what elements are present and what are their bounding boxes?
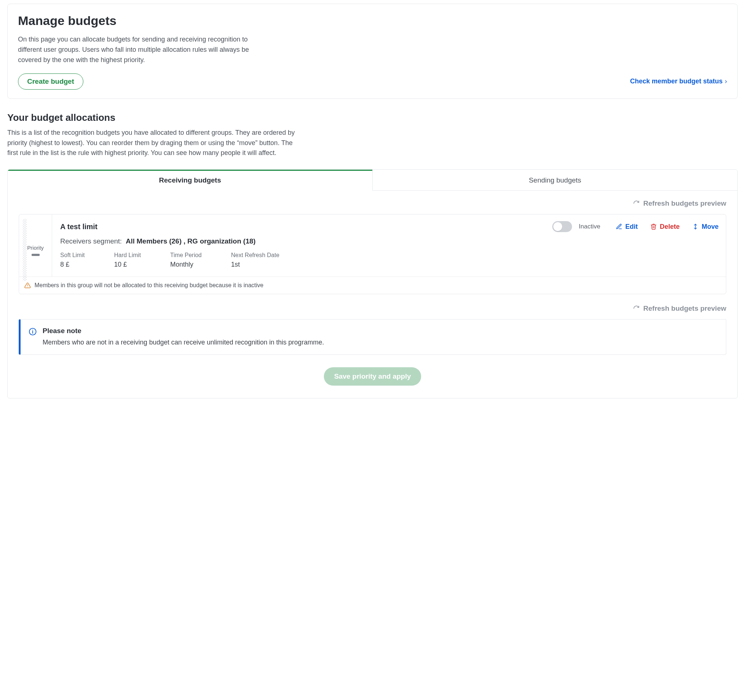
- next-refresh-label: Next Refresh Date: [231, 252, 280, 259]
- soft-limit: Soft Limit 8 £: [60, 252, 85, 268]
- next-refresh-date: Next Refresh Date 1st: [231, 252, 280, 268]
- allocation-body: A test limit Inactive Edit: [52, 214, 726, 277]
- move-label: Move: [702, 223, 718, 231]
- soft-limit-label: Soft Limit: [60, 252, 85, 259]
- refresh-icon: [633, 305, 640, 312]
- segment-value: All Members (26) , RG organization (18): [126, 237, 256, 245]
- note-body: Members who are not in a receiving budge…: [43, 339, 324, 346]
- trash-icon: [650, 223, 657, 230]
- priority-column: Priority: [19, 214, 52, 277]
- top-actions-row: Create budget Check member budget status…: [18, 73, 727, 90]
- save-row: Save priority and apply: [19, 367, 726, 386]
- limits-grid: Soft Limit 8 £ Hard Limit 10 £ Time Peri…: [60, 252, 718, 268]
- refresh-budgets-preview-bottom[interactable]: Refresh budgets preview: [19, 304, 726, 313]
- edit-label: Edit: [625, 223, 638, 231]
- info-icon: [28, 328, 37, 336]
- allocation-header-row: A test limit Inactive Edit: [60, 221, 718, 232]
- next-refresh-value: 1st: [231, 261, 280, 268]
- save-priority-button[interactable]: Save priority and apply: [324, 367, 421, 386]
- pencil-icon: [616, 223, 622, 230]
- chevron-right-icon: ›: [725, 78, 727, 85]
- refresh-budgets-preview-top[interactable]: Refresh budgets preview: [19, 199, 726, 207]
- toggle-status-label: Inactive: [579, 223, 600, 230]
- soft-limit-value: 8 £: [60, 261, 85, 268]
- budget-tabs: Receiving budgets Sending budgets Refres…: [7, 169, 738, 399]
- allocation-title: A test limit: [60, 223, 98, 231]
- create-budget-button[interactable]: Create budget: [18, 73, 83, 90]
- note-content: Please note Members who are not in a rec…: [43, 327, 324, 346]
- please-note-card: Please note Members who are not in a rec…: [19, 319, 726, 355]
- delete-label: Delete: [660, 223, 680, 231]
- receivers-segment-line: Receivers segment: All Members (26) , RG…: [60, 237, 718, 245]
- warning-text: Members in this group will not be alloca…: [34, 282, 263, 289]
- priority-indicator: [31, 254, 40, 256]
- note-title: Please note: [43, 327, 324, 335]
- allocation-main-row: Priority A test limit Inactive: [19, 214, 726, 277]
- allocation-inactive-warning: Members in this group will not be alloca…: [19, 277, 726, 294]
- tab-bar: Receiving budgets Sending budgets: [8, 170, 737, 190]
- delete-button[interactable]: Delete: [650, 223, 680, 231]
- refresh-label: Refresh budgets preview: [643, 199, 726, 207]
- toggle-knob: [554, 222, 562, 231]
- hard-limit-value: 10 £: [114, 261, 141, 268]
- move-button[interactable]: Move: [692, 223, 718, 231]
- warning-triangle-icon: [24, 282, 31, 289]
- check-member-budget-label: Check member budget status: [630, 78, 723, 85]
- hard-limit-label: Hard Limit: [114, 252, 141, 259]
- manage-budgets-card: Manage budgets On this page you can allo…: [7, 4, 738, 99]
- time-period-value: Monthly: [171, 261, 202, 268]
- tab-panel-receiving: Refresh budgets preview Priority A test …: [8, 190, 737, 398]
- tab-receiving-budgets[interactable]: Receiving budgets: [8, 170, 372, 190]
- allocation-actions: Edit Delete Move: [616, 223, 718, 231]
- edit-button[interactable]: Edit: [616, 223, 638, 231]
- hard-limit: Hard Limit 10 £: [114, 252, 141, 268]
- allocations-description: This is a list of the recognition budget…: [7, 128, 298, 159]
- move-vertical-icon: [692, 223, 699, 230]
- segment-label: Receivers segment:: [60, 237, 122, 245]
- time-period-label: Time Period: [171, 252, 202, 259]
- page-title: Manage budgets: [18, 13, 727, 28]
- active-toggle[interactable]: [552, 221, 572, 232]
- check-member-budget-link[interactable]: Check member budget status ›: [630, 78, 727, 85]
- drag-handle[interactable]: [23, 219, 27, 281]
- refresh-label: Refresh budgets preview: [643, 304, 726, 313]
- refresh-icon: [633, 200, 640, 207]
- time-period: Time Period Monthly: [171, 252, 202, 268]
- allocations-title: Your budget allocations: [7, 112, 738, 123]
- priority-label: Priority: [27, 245, 44, 251]
- allocation-card: Priority A test limit Inactive: [19, 214, 726, 294]
- page-description: On this page you can allocate budgets fo…: [18, 34, 260, 65]
- tab-sending-budgets[interactable]: Sending budgets: [372, 170, 737, 190]
